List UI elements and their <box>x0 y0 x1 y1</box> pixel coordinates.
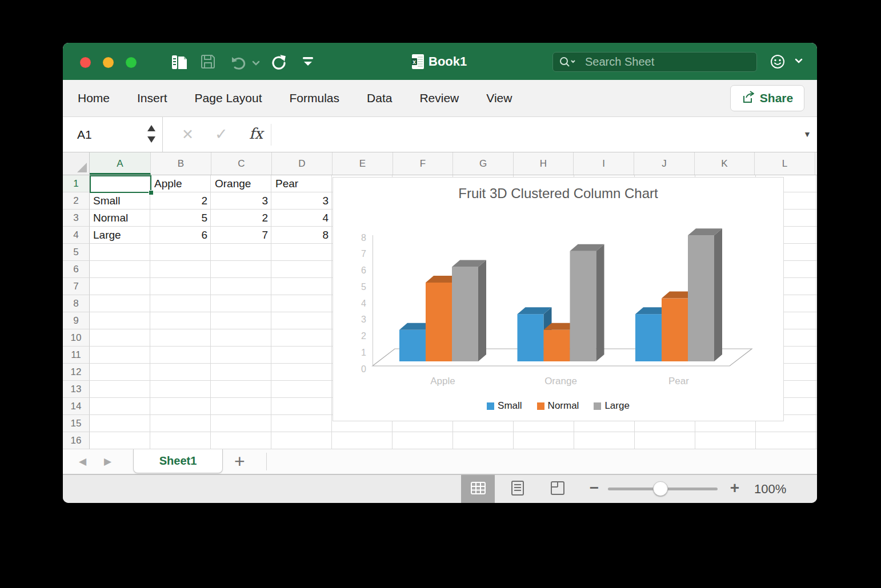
cell-D2[interactable]: 3 <box>272 192 333 210</box>
column-header-I[interactable]: I <box>574 152 634 175</box>
cancel-icon[interactable]: ✕ <box>182 117 194 152</box>
cell-C2[interactable]: 3 <box>211 192 272 210</box>
ribbon-tab-home[interactable]: Home <box>78 91 110 105</box>
row-header-9[interactable]: 9 <box>63 312 90 329</box>
name-box[interactable]: A1 <box>63 117 163 152</box>
row-header-10[interactable]: 10 <box>63 329 90 347</box>
ribbon-tab-review[interactable]: Review <box>419 91 459 105</box>
column-header-F[interactable]: F <box>393 152 453 175</box>
cell-B1[interactable]: Apple <box>151 175 211 192</box>
tab-bar-divider <box>266 453 267 470</box>
share-button[interactable]: Share <box>730 85 804 111</box>
ribbon-tab-page-layout[interactable]: Page Layout <box>195 91 262 105</box>
chevron-down-icon[interactable] <box>794 57 803 67</box>
cell-B3[interactable]: 5 <box>151 210 211 227</box>
column-header-J[interactable]: J <box>634 152 695 175</box>
column-header-K[interactable]: K <box>695 152 755 175</box>
active-cell-selection <box>90 175 151 193</box>
page-break-view-button[interactable] <box>542 475 574 503</box>
column-header-C[interactable]: C <box>211 152 272 175</box>
add-sheet-button[interactable]: + <box>234 449 245 474</box>
select-all-corner[interactable] <box>63 152 90 175</box>
row-header-3[interactable]: 3 <box>63 210 90 227</box>
share-arrow-icon <box>742 90 755 106</box>
scroll-left-icon[interactable]: ◀ <box>79 449 86 474</box>
ribbon-tab-insert[interactable]: Insert <box>137 91 167 105</box>
row-header-15[interactable]: 15 <box>63 415 90 432</box>
panel-new-sheet-icon[interactable] <box>171 54 188 73</box>
sheet-tab-sheet1[interactable]: Sheet1 <box>133 449 223 473</box>
excel-document-icon: x <box>411 54 425 72</box>
minimize-button[interactable] <box>103 57 114 68</box>
column-header-E[interactable]: E <box>333 152 393 175</box>
cell-B4[interactable]: 6 <box>151 227 211 244</box>
row-header-1[interactable]: 1 <box>63 175 90 192</box>
row-header-16[interactable]: 16 <box>63 432 90 449</box>
zoom-out-button[interactable]: − <box>583 475 606 503</box>
cell-A3[interactable]: Normal <box>90 210 151 227</box>
row-header-6[interactable]: 6 <box>63 261 90 278</box>
close-button[interactable] <box>80 57 91 68</box>
undo-icon[interactable] <box>230 54 247 73</box>
insert-function-icon[interactable]: fx <box>249 117 263 152</box>
name-box-stepper[interactable] <box>147 125 155 143</box>
stepper-down-icon[interactable] <box>147 136 155 143</box>
cell-C4[interactable]: 7 <box>211 227 272 244</box>
zoom-in-button[interactable]: + <box>723 475 746 503</box>
svg-text:Apple: Apple <box>430 376 455 386</box>
row-header-2[interactable]: 2 <box>63 192 90 210</box>
enter-icon[interactable]: ✓ <box>215 117 228 152</box>
save-icon[interactable] <box>200 54 216 72</box>
ribbon-tab-formulas[interactable]: Formulas <box>290 91 340 105</box>
cell-A4[interactable]: Large <box>90 227 151 244</box>
row-header-11[interactable]: 11 <box>63 347 90 364</box>
share-label: Share <box>760 91 793 105</box>
cell-B2[interactable]: 2 <box>151 192 211 210</box>
sheet-tab-bar: ◀ ▶ Sheet1 + <box>63 449 817 474</box>
chart-object[interactable]: Fruit 3D Clustered Column Chart 01234567… <box>333 177 784 421</box>
redo-icon[interactable] <box>270 54 287 73</box>
zoom-slider-thumb[interactable] <box>653 481 668 496</box>
zoom-window-button[interactable] <box>126 57 137 68</box>
svg-text:7: 7 <box>361 249 366 259</box>
stepper-up-icon[interactable] <box>147 125 155 131</box>
row-header-14[interactable]: 14 <box>63 398 90 415</box>
formula-bar-expand-icon[interactable]: ▼ <box>803 117 811 152</box>
ribbon-tab-data[interactable]: Data <box>367 91 392 105</box>
chart-plot-area: 012345678AppleOrangePear <box>333 178 783 421</box>
column-header-L[interactable]: L <box>755 152 815 175</box>
cell-D1[interactable]: Pear <box>272 175 333 192</box>
column-header-A[interactable]: A <box>90 152 151 175</box>
page-layout-view-button[interactable] <box>502 475 534 503</box>
ribbon-tabs: HomeInsertPage LayoutFormulasDataReviewV… <box>78 80 512 116</box>
search-input[interactable]: Search Sheet <box>552 52 757 72</box>
customize-toolbar-icon[interactable] <box>300 57 316 70</box>
column-header-G[interactable]: G <box>453 152 514 175</box>
formula-bar-divider <box>271 124 271 146</box>
legend-item-normal: Normal <box>537 400 579 412</box>
column-header-H[interactable]: H <box>514 152 574 175</box>
legend-item-large: Large <box>594 400 629 412</box>
cell-D3[interactable]: 4 <box>272 210 333 227</box>
cell-A2[interactable]: Small <box>90 192 151 210</box>
row-header-5[interactable]: 5 <box>63 244 90 261</box>
ribbon-tab-view[interactable]: View <box>486 91 512 105</box>
row-header-13[interactable]: 13 <box>63 381 90 398</box>
row-header-4[interactable]: 4 <box>63 227 90 244</box>
undo-chevron-icon[interactable] <box>251 59 261 69</box>
cell-D4[interactable]: 8 <box>272 227 333 244</box>
scroll-right-icon[interactable]: ▶ <box>104 449 111 474</box>
feedback-smiley-icon[interactable] <box>770 54 786 72</box>
row-header-12[interactable]: 12 <box>63 364 90 381</box>
normal-view-button[interactable] <box>461 475 495 503</box>
column-header-B[interactable]: B <box>151 152 211 175</box>
page-break-view-icon <box>550 481 565 498</box>
svg-text:8: 8 <box>361 233 366 243</box>
row-header-7[interactable]: 7 <box>63 278 90 295</box>
cell-C3[interactable]: 2 <box>211 210 272 227</box>
cell-C1[interactable]: Orange <box>211 175 272 192</box>
column-header-D[interactable]: D <box>272 152 333 175</box>
row-header-8[interactable]: 8 <box>63 295 90 312</box>
fill-handle[interactable] <box>149 190 154 195</box>
sheet-grid[interactable]: Fruit 3D Clustered Column Chart 01234567… <box>63 175 817 449</box>
